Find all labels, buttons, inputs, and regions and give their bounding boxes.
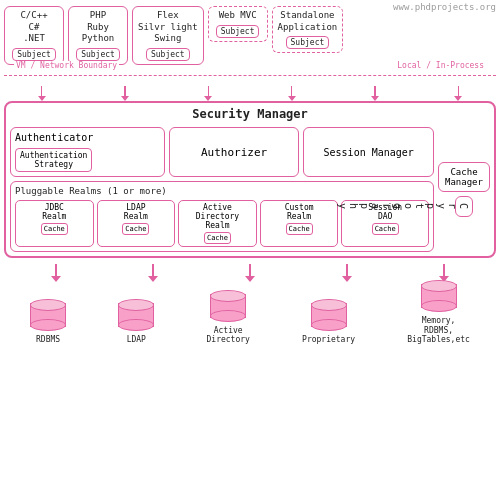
authorizer-title: Authorizer — [201, 146, 267, 159]
arrow-1 — [38, 86, 46, 101]
databases-row: RDBMS LDAP Active Directory Proprietary … — [0, 284, 500, 345]
realm-custom-cache: Cache — [286, 223, 313, 235]
subjects-row: C/C++C#.NET Subject PHPRubyPython Subjec… — [0, 0, 500, 65]
arrow-2 — [121, 86, 129, 101]
session-dao-cache: Cache — [372, 223, 399, 235]
db-proprietary-label: Proprietary — [302, 335, 355, 345]
db-activedir: Active Directory — [207, 294, 250, 345]
arrow-5 — [371, 86, 379, 101]
arrows-down — [0, 83, 500, 101]
realm-jdbc-cache: Cache — [41, 223, 68, 235]
realm-activedir-name: Active Directory Realm — [182, 203, 253, 230]
db-memory: Memory, RDBMS, BigTables,etc — [407, 284, 470, 345]
cryptography-label: Cryptography — [337, 203, 469, 210]
realm-jdbc: JDBC Realm Cache — [15, 200, 94, 247]
db-proprietary: Proprietary — [302, 303, 355, 345]
subject-webmvc-tag: Subject — [216, 25, 260, 38]
realms-title: Pluggable Realms (1 or more) — [15, 186, 429, 196]
authenticator-box: Authenticator Authentication Strategy — [10, 127, 165, 177]
cache-manager-box: Cache Manager — [438, 162, 490, 192]
security-manager-title: Security Manager — [10, 107, 490, 121]
realm-activedir-cache: Cache — [204, 232, 231, 244]
subject-cpp: C/C++C#.NET Subject — [4, 6, 64, 65]
boundary-left-label: VM / Network Boundary — [14, 61, 119, 70]
sm-row1: Authenticator Authentication Strategy Au… — [10, 127, 434, 177]
subject-php-title: PHPRubyPython — [74, 10, 122, 45]
realm-activedir: Active Directory Realm Cache — [178, 200, 257, 247]
subject-cpp-title: C/C++C#.NET — [10, 10, 58, 45]
db-memory-label: Memory, RDBMS, BigTables,etc — [407, 316, 470, 345]
db-rdbms: RDBMS — [30, 303, 66, 345]
realm-ldap-name: LDAP Realm — [101, 203, 172, 221]
cache-manager-title: Cache Manager — [445, 167, 483, 187]
db-arrow-1 — [51, 264, 61, 282]
realms-section: Pluggable Realms (1 or more) JDBC Realm … — [10, 181, 434, 252]
session-manager-box: Session Manager — [303, 127, 434, 177]
realm-custom-name: Custom Realm — [264, 203, 335, 221]
db-arrow-3 — [245, 264, 255, 282]
subject-flex-title: FlexSilvr lightSwing — [138, 10, 198, 45]
arrow-3 — [204, 86, 212, 101]
subject-cpp-tag: Subject — [12, 48, 56, 61]
db-rdbms-label: RDBMS — [36, 335, 60, 345]
subject-php-tag: Subject — [76, 48, 120, 61]
db-proprietary-shape — [311, 303, 347, 327]
db-arrow-4 — [342, 264, 352, 282]
realm-ldap: LDAP Realm Cache — [97, 200, 176, 247]
db-rdbms-shape — [30, 303, 66, 327]
subject-flex: FlexSilvr lightSwing Subject — [132, 6, 204, 65]
db-ldap-label: LDAP — [127, 335, 146, 345]
db-arrow-2 — [148, 264, 158, 282]
db-memory-shape — [421, 284, 457, 308]
authenticator-title: Authenticator — [15, 132, 160, 143]
auth-strategy-tag: Authentication Strategy — [15, 148, 92, 172]
arrow-6 — [454, 86, 462, 101]
authorizer-box: Authorizer — [169, 127, 300, 177]
db-arrows-row — [0, 262, 500, 284]
db-activedir-shape — [210, 294, 246, 318]
db-ldap: LDAP — [118, 303, 154, 345]
subject-webmvc-title: Web MVC — [214, 10, 262, 22]
db-activedir-label: Active Directory — [207, 326, 250, 345]
boundary-right-label: Local / In-Process — [395, 61, 486, 70]
session-manager-title: Session Manager — [324, 147, 414, 158]
subject-standalone: StandaloneApplication Subject — [272, 6, 344, 53]
subject-flex-tag: Subject — [146, 48, 190, 61]
sm-inner: Authenticator Authentication Strategy Au… — [10, 127, 490, 252]
subject-webmvc: Web MVC Subject — [208, 6, 268, 42]
sm-left: Authenticator Authentication Strategy Au… — [10, 127, 434, 252]
sm-right: Cache Manager Cryptography — [438, 127, 490, 252]
subject-standalone-title: StandaloneApplication — [278, 10, 338, 33]
db-ldap-shape — [118, 303, 154, 327]
realm-ldap-cache: Cache — [122, 223, 149, 235]
subject-standalone-tag: Subject — [286, 36, 330, 49]
realm-custom: Custom Realm Cache — [260, 200, 339, 247]
arrow-4 — [288, 86, 296, 101]
security-manager-box: Security Manager Authenticator Authentic… — [4, 101, 496, 258]
realm-jdbc-name: JDBC Realm — [19, 203, 90, 221]
subject-php: PHPRubyPython Subject — [68, 6, 128, 65]
cryptography-box: Cryptography — [455, 196, 473, 217]
